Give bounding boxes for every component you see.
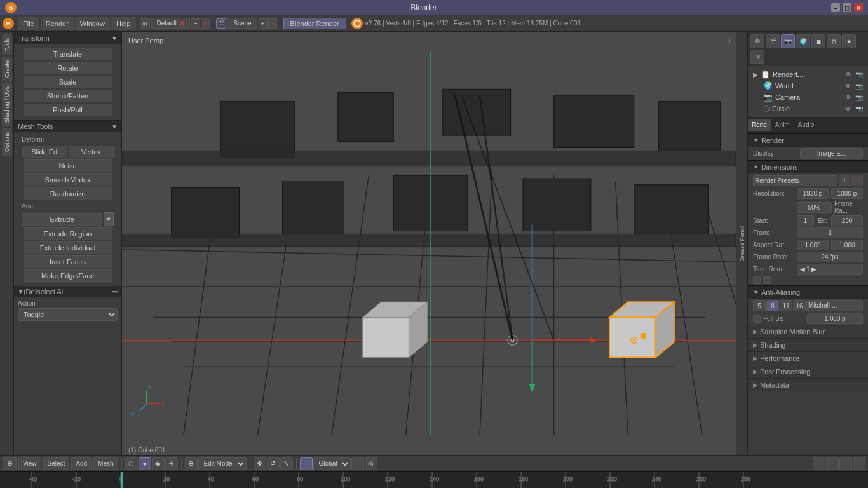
transform-header[interactable]: Transform ▼	[14, 32, 121, 44]
layout-remove-btn[interactable]: ✕	[201, 18, 210, 29]
framenum-next-icon[interactable]: ▶	[811, 266, 817, 273]
rotate-button[interactable]: Rotate	[24, 62, 112, 74]
viewport-icon-2[interactable]: ⊕	[185, 458, 198, 470]
start-val[interactable]: 1	[797, 215, 814, 226]
action-select[interactable]: Toggle	[18, 308, 118, 321]
world-button[interactable]: 🌍	[796, 34, 810, 48]
pivot-icon[interactable]	[300, 458, 313, 470]
extrude-dropdown-icon[interactable]: ▼	[104, 212, 114, 226]
aa-11[interactable]: 11	[780, 300, 792, 311]
tab-anim[interactable]: Anim	[771, 119, 794, 131]
extrude-individual-button[interactable]: Extrude Individual	[24, 241, 112, 254]
scene-add-btn[interactable]: +	[259, 18, 268, 29]
tab-audio[interactable]: Audio	[794, 119, 819, 131]
dimensions-section-header[interactable]: ▼ Dimensions	[748, 160, 868, 173]
res-pct-value[interactable]: 50%	[797, 202, 832, 213]
scene-selector[interactable]: Scene	[227, 18, 257, 29]
render-section-header[interactable]: ▼ Render	[748, 133, 868, 147]
res-x-value[interactable]: 1920 p	[797, 188, 829, 199]
select-menu-btn[interactable]: Select	[43, 458, 70, 470]
metadata-header[interactable]: ▶ Metadata	[748, 378, 868, 391]
layout-add-btn[interactable]: +	[191, 18, 200, 29]
proportional-icon[interactable]: ◎	[365, 458, 377, 470]
render-button[interactable]: 🎬	[766, 34, 780, 48]
window-menu[interactable]: Window	[75, 17, 110, 30]
slide-edge-button[interactable]: Slide Ed	[22, 146, 67, 158]
maximize-button[interactable]: ◻	[843, 3, 851, 12]
layout-close-icon[interactable]: ✕	[179, 20, 184, 27]
circle-eye-icon[interactable]: 👁	[845, 105, 851, 112]
aa-val[interactable]: 1.000 p	[807, 313, 863, 324]
layout-selector[interactable]: Default ✕	[151, 18, 191, 29]
mesh-menu-btn[interactable]: Mesh	[93, 458, 118, 470]
scene-remove-btn[interactable]: ✕	[268, 18, 277, 29]
render-presets-remove-icon[interactable]: −	[851, 175, 863, 186]
res-y-value[interactable]: 1080 p	[831, 188, 863, 199]
render-presets-add-icon[interactable]: +	[839, 175, 850, 186]
tab-render[interactable]: Rend	[748, 119, 771, 131]
end-val[interactable]: 250	[831, 215, 863, 226]
tree-item-world[interactable]: 🌍 World 👁 📷	[750, 80, 865, 92]
aa-16[interactable]: 16	[793, 300, 806, 311]
noise-button[interactable]: Noise	[24, 159, 112, 172]
translate-button[interactable]: Translate	[24, 48, 112, 60]
shrink-fatten-button[interactable]: Shrink/Fatten	[24, 90, 112, 102]
aa-8[interactable]: 8	[766, 300, 779, 311]
extrude-button[interactable]: Extrude	[22, 213, 102, 226]
aa-section-header[interactable]: ▼ Anti-Aliasing	[748, 285, 868, 299]
camera-button[interactable]: 📷	[781, 34, 795, 48]
renderlayers-cam-icon[interactable]: 📷	[855, 71, 863, 78]
scale-button[interactable]: Scale	[24, 76, 112, 88]
deselect-all-header[interactable]: ▼ (De)select All ▪▪▪	[14, 286, 121, 297]
overlay-icon[interactable]	[813, 458, 825, 470]
minimize-button[interactable]: –	[831, 3, 840, 12]
view-menu-btn[interactable]: View	[18, 458, 41, 470]
camera-eye-icon[interactable]: 👁	[845, 94, 851, 101]
rotate-icon[interactable]: ↺	[267, 458, 280, 470]
mesh-tools-header[interactable]: Mesh Tools ▼	[14, 120, 121, 132]
performance-header[interactable]: ▶ Performance	[748, 351, 868, 365]
aa-5[interactable]: 5	[753, 300, 766, 311]
viewport[interactable]: User Persp +	[122, 32, 736, 455]
push-pull-button[interactable]: Push/Pull	[24, 104, 112, 116]
inset-faces-button[interactable]: Inset Faces	[24, 255, 112, 268]
randomize-button[interactable]: Randomize	[24, 187, 112, 200]
tree-item-camera[interactable]: 📷 Camera 👁 📷	[750, 92, 865, 103]
material-shading-icon[interactable]: ◉	[152, 458, 165, 470]
world-eye-icon[interactable]: 👁	[845, 83, 851, 90]
tree-item-renderlayers[interactable]: ▶ 📋 RenderL... 👁 📷	[750, 69, 865, 80]
aa-filter-value[interactable]: Mitchell-...	[806, 300, 863, 311]
frame-val[interactable]: 1	[797, 227, 863, 238]
cb-2[interactable]	[763, 276, 771, 284]
scale-icon[interactable]: ⤡	[280, 458, 293, 470]
tab-options[interactable]: Options	[2, 128, 12, 156]
framenum-value[interactable]: ◀ 1 ▶	[797, 264, 863, 274]
pivot-select[interactable]: Global	[313, 458, 351, 470]
add-menu-btn[interactable]: Add	[71, 458, 92, 470]
fullsample-cb[interactable]	[753, 315, 761, 323]
render-menu[interactable]: Render	[41, 17, 74, 30]
sampled-motion-blur-header[interactable]: ▶ Sampled Motion Blur	[748, 325, 868, 338]
grease-pencil-tab[interactable]: Grease Pencil	[736, 32, 747, 455]
camera-view-icon[interactable]	[826, 458, 839, 470]
close-button[interactable]: ✕	[854, 3, 863, 12]
tree-item-circle[interactable]: ⬡ Circle 👁 📷	[750, 103, 865, 114]
wireframe-shading-icon[interactable]: ⬡	[125, 458, 138, 470]
asp-x-value[interactable]: 1.000	[797, 240, 829, 250]
view-button[interactable]: 👁	[750, 34, 764, 48]
snap-icon[interactable]	[351, 458, 364, 470]
make-edge-face-button[interactable]: Make Edge/Face	[24, 269, 112, 282]
smooth-vertex-button[interactable]: Smooth Vertex	[24, 173, 112, 186]
help-menu[interactable]: Help	[111, 17, 136, 30]
camera-render-icon[interactable]: 📷	[855, 94, 863, 101]
tab-shading-uvs[interactable]: Shading / UVs	[2, 83, 12, 127]
world-cam-icon[interactable]: 📷	[855, 83, 863, 90]
shading-header[interactable]: ▶ Shading	[748, 338, 868, 351]
display-value[interactable]: Image E...	[800, 148, 863, 159]
asp-y-value[interactable]: 1.000	[831, 240, 863, 250]
tab-create[interactable]: Create	[2, 57, 12, 81]
framenum-prev-icon[interactable]: ◀	[800, 266, 805, 273]
object-button[interactable]: ◼	[811, 34, 825, 48]
fps-value[interactable]: 24 fps	[797, 252, 863, 262]
particles-button[interactable]: ✦	[842, 34, 856, 48]
